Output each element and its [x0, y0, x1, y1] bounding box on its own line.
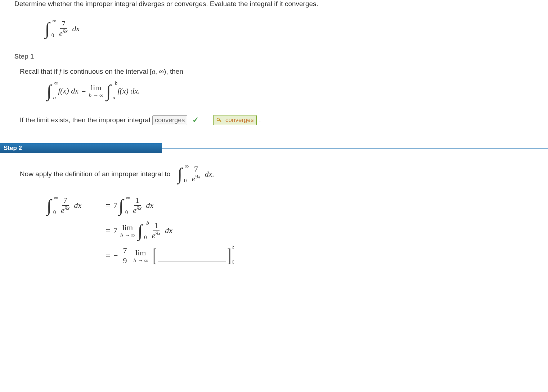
- step2-text: Now apply the definition of an improper …: [20, 164, 534, 184]
- step1-text: Recall that if f is continuous on the in…: [20, 68, 534, 76]
- step1-limit-sentence: If the limit exists, then the improper i…: [20, 115, 534, 125]
- correct-answer-box: converges: [213, 115, 257, 125]
- answer-dropdown[interactable]: converges: [152, 115, 187, 125]
- antiderivative-input[interactable]: [158, 250, 226, 261]
- step2-header-bar: Step 2: [0, 143, 548, 153]
- check-icon: ✓: [192, 115, 199, 125]
- step1-equation: ∫ ∞ a f(x) dx = lim b → ∞ ∫ b a f(x) dx.: [47, 81, 534, 101]
- svg-point-0: [217, 118, 220, 120]
- integral-display: ∫ ∞ 0 7 e9x dx: [45, 19, 534, 38]
- step2-work: ∫ ∞ 0 7 e9x dx = 7 ∫ ∞ 0: [47, 193, 534, 268]
- step1-header: Step 1: [14, 53, 534, 60]
- problem-prompt: Determine whether the improper integral …: [14, 0, 534, 8]
- key-icon: [216, 118, 222, 123]
